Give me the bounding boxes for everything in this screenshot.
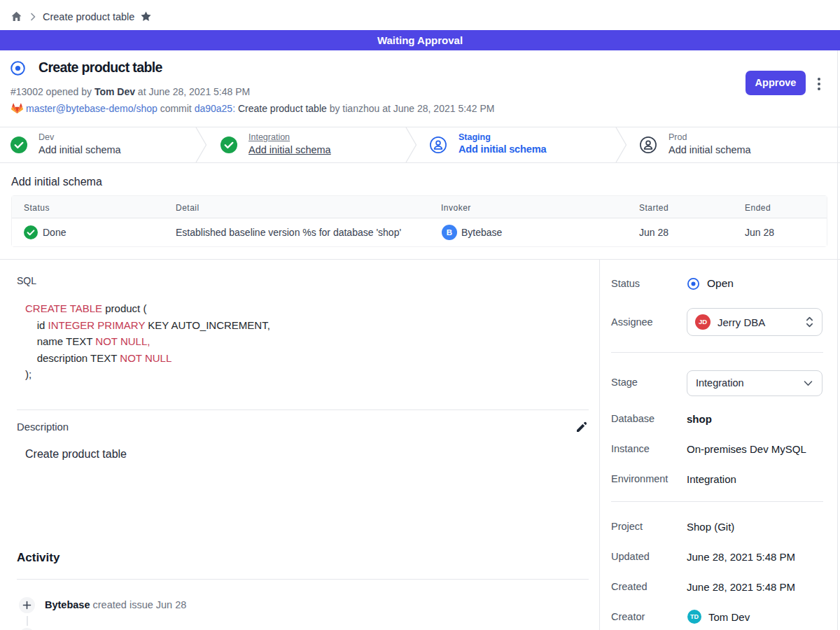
svg-text:B: B [447,228,452,237]
